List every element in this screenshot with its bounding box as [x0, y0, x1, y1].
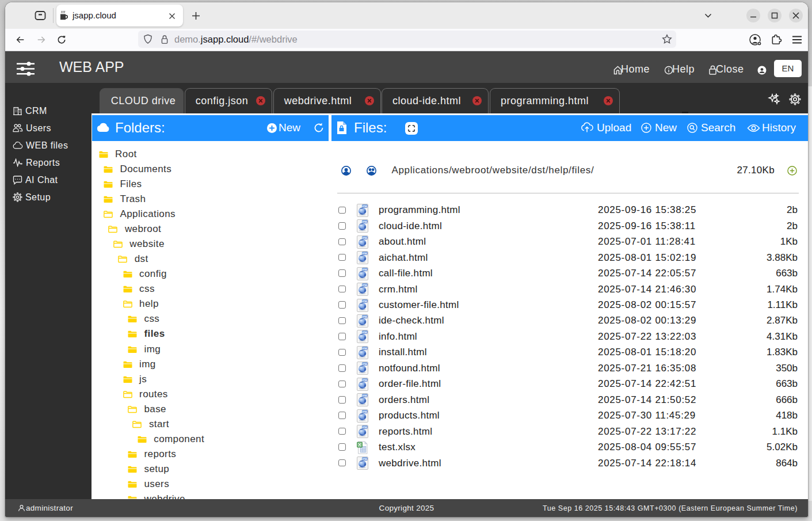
svg-text:HTML: HTML	[362, 300, 367, 302]
svg-text:HTML: HTML	[362, 237, 367, 239]
svg-text:HTML: HTML	[362, 410, 367, 413]
svg-text:HTML: HTML	[362, 427, 367, 429]
svg-text:HTML: HTML	[362, 205, 367, 207]
svg-text:HTML: HTML	[362, 253, 367, 255]
svg-text:HTML: HTML	[362, 268, 367, 271]
svg-text:HTML: HTML	[362, 332, 367, 334]
svg-text:HTML: HTML	[362, 363, 367, 366]
svg-text:HTML: HTML	[362, 395, 367, 397]
svg-text:HTML: HTML	[362, 284, 367, 287]
svg-text:HTML: HTML	[362, 458, 367, 461]
svg-text:HTML: HTML	[362, 315, 367, 318]
svg-text:HTML: HTML	[362, 221, 367, 223]
svg-text:HTML: HTML	[362, 379, 367, 381]
svg-text:HTML: HTML	[362, 347, 367, 349]
